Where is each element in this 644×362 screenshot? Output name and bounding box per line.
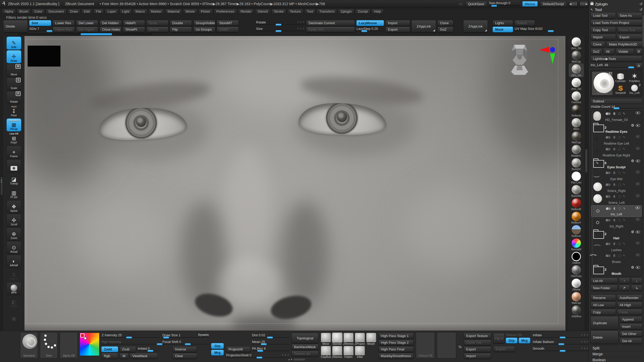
shelf-button-bottom[interactable]: ShowPt [123,27,145,32]
shelf-button-top[interactable]: Double [170,20,192,26]
menu-item[interactable]: Draw [67,9,80,14]
divide-button[interactable]: Divide [3,20,28,32]
make-polymesh3d-button[interactable]: Make PolyMesh3D [606,41,642,47]
goz-visible-button[interactable]: Visible [616,48,634,55]
material-item[interactable]: JellyBea [569,305,583,318]
halfcolor-icon[interactable] [613,112,616,115]
polypaint-icon[interactable] [606,183,611,186]
clone-button[interactable]: Clone [437,20,453,26]
draw-size-slider[interactable]: Draw Size 1 Dynamic [162,333,209,339]
toolbar-button[interactable]: S Scale [6,77,21,91]
toolbar-button[interactable]: ◧ Invers [6,296,21,309]
rgb-button[interactable]: Rgb [101,353,118,359]
subtool-row[interactable]: ✎ Iris_Right [591,217,642,229]
load-tools-from-project-button[interactable]: Load Tools From Project [590,20,642,26]
projectall-button[interactable]: ProjectAll [226,346,251,352]
menu-item[interactable]: Light [120,9,132,14]
tool-export-button[interactable]: Export [617,34,642,40]
recent-brush[interactable]: ZRemes [332,346,342,358]
size-slider[interactable]: Size x y z [256,27,305,32]
save-as-button[interactable]: Save As [617,12,642,19]
folder-actions[interactable] [634,253,640,256]
brush-icon[interactable]: ✎ [623,183,625,186]
mask-by-smoothness-button[interactable]: MaskbySmoothness [378,353,414,359]
visibility-eye-icon[interactable] [635,206,640,209]
goz-all-button[interactable]: All [603,48,615,55]
active-tool-slider[interactable]: Iris_Left. 48 [590,63,634,69]
visibility-eye-icon[interactable] [636,218,640,221]
pa-blur-slider[interactable]: PA Blur 8 [252,346,289,352]
material-item[interactable]: NormalR [569,238,583,251]
shelf-button-top[interactable]: HidePt [123,20,145,26]
menu-item[interactable]: Stencil [255,9,270,14]
shelf-button-top[interactable]: Lower Res [53,20,75,26]
brush-icon[interactable]: ✎ [623,207,625,210]
recent-brush[interactable]: ClayBuil [321,346,331,358]
see-through-slider[interactable]: See-through 0 [489,1,520,7]
brush-selector[interactable]: Standard [20,332,38,358]
stroke-selector[interactable]: Dots [40,332,58,358]
lazymouse-button[interactable]: LazyMouse [356,20,384,26]
zsub-button[interactable]: Zsub [119,346,136,352]
halfcolor-icon[interactable] [613,136,616,139]
toolbar-button[interactable]: R Rotate [6,91,21,104]
menu-item[interactable]: Marker [148,9,164,14]
material-item[interactable]: Reflecte [569,104,583,117]
subtool-row[interactable]: ✎ Lashes [591,241,642,252]
menu-item[interactable]: Edit [81,9,92,14]
subtool-row[interactable]: ✎ Sclera_Left [591,193,642,205]
material-item[interactable]: HSVColo [569,265,583,278]
keep-uvs-button[interactable]: Keep UVs [306,27,355,32]
menu-item[interactable]: Color [32,9,45,14]
visibility-eye-icon[interactable] [636,182,640,185]
folder-actions[interactable] [634,135,640,138]
polypaint-icon[interactable] [606,112,611,115]
subtool-row[interactable]: 2 ✎ ⚙ Hair [591,229,642,241]
uv-icon[interactable] [618,183,621,186]
material-item[interactable]: FastSha [569,91,583,104]
tool-back-icon[interactable]: ↖ [590,8,593,12]
lights-button[interactable]: Lights [493,20,513,26]
zapplink-button[interactable]: ZAppLink [411,20,436,32]
shelf-button-bottom[interactable]: Shrink [146,27,168,32]
toolbar-button[interactable]: Dynamic ▦ Persp [6,118,21,131]
uv-icon[interactable] [618,207,621,210]
gear-icon[interactable]: ⚙ [631,159,634,163]
cylinder-tool[interactable]: Cylinder [614,71,627,83]
subtool-toggle-icons[interactable]: ✎ [606,136,625,139]
menu-item[interactable]: Alpha [2,9,16,14]
menu-item[interactable]: Transform [317,9,337,14]
folder-actions[interactable] [634,111,640,114]
material-item[interactable]: MatCap [569,131,583,144]
toolbar-button[interactable]: M Move [6,64,21,77]
brush-icon[interactable]: ✎ [623,171,625,174]
high-pass-stage2-button[interactable]: High Pass Stage 2 [378,340,414,346]
menu-item[interactable]: Picker [198,9,213,14]
subtool-row[interactable]: ✎ 5 ✎ ⚙ Eyes Sculpt [591,158,642,170]
menu-item[interactable]: Preferences [214,9,237,14]
polypaint-icon[interactable] [606,136,611,139]
subtool-copy-button[interactable]: Copy [590,309,616,315]
uv-icon[interactable] [618,195,621,198]
menu-item[interactable]: Layer [105,9,118,14]
subtool-row[interactable]: ✎ Eye Wet [591,170,642,181]
subtool-row[interactable]: ✎ Realtime Eye Left [591,134,642,146]
subtool-toggle-icons[interactable]: ✎ [606,183,625,186]
rgb-intensity-slider[interactable]: Rgb Intensity [101,340,160,346]
all-high-button[interactable]: All High [617,302,642,308]
uv-icon[interactable] [618,172,621,174]
default-zscript-button[interactable]: DefaultZScript [540,1,567,7]
toolbar-button[interactable]: ✣ Scroll [6,214,21,227]
scroll-arrows-icon[interactable]: ▲▼ [288,358,293,361]
flip-v-button[interactable]: Flip V [493,333,505,343]
menu-item[interactable]: File [93,9,104,14]
menus-toggle-button[interactable]: Menus [522,1,538,7]
material-scrollbar-thumb[interactable] [585,149,587,172]
uv-map-size-slider[interactable]: UV Map Size 8192 [514,27,553,32]
inverse-button[interactable]: Inverse [172,346,197,352]
grp2-button[interactable]: Grp [506,338,518,343]
polypaint-icon[interactable] [606,207,612,210]
texture-off-selector[interactable]: Texture Off [416,332,435,358]
axis-indicator[interactable] [539,46,555,73]
visible-count-slider[interactable]: Visible Count 14 [590,104,642,110]
